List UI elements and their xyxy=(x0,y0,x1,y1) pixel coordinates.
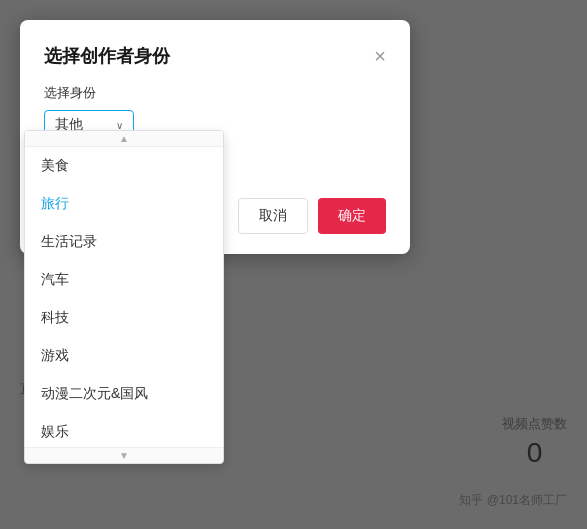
dropdown-item-keji[interactable]: 科技 xyxy=(25,299,223,337)
cancel-button[interactable]: 取消 xyxy=(238,198,308,234)
close-button[interactable]: × xyxy=(374,46,386,66)
dropdown-item-lüxing[interactable]: 旅行 xyxy=(25,185,223,223)
scroll-up-indicator: ▲ xyxy=(25,131,223,147)
chevron-down-icon: ∨ xyxy=(116,120,123,131)
scroll-down-indicator: ▼ xyxy=(25,447,223,463)
form-label: 选择身份 xyxy=(44,84,386,102)
modal-header: 选择创作者身份 × xyxy=(44,44,386,68)
dropdown-item-dongman[interactable]: 动漫二次元&国风 xyxy=(25,375,223,413)
dropdown-item-shenghuo[interactable]: 生活记录 xyxy=(25,223,223,261)
dropdown-scroll-area[interactable]: 美食 旅行 生活记录 汽车 科技 游戏 动漫二次元&国风 娱乐 xyxy=(25,147,223,447)
confirm-button[interactable]: 确定 xyxy=(318,198,386,234)
dropdown-item-youxi[interactable]: 游戏 xyxy=(25,337,223,375)
dropdown-list: ▲ 美食 旅行 生活记录 汽车 科技 游戏 动漫二次元&国风 娱乐 ▼ xyxy=(24,130,224,464)
modal-title: 选择创作者身份 xyxy=(44,44,170,68)
dropdown-item-yule[interactable]: 娱乐 xyxy=(25,413,223,447)
dropdown-item-meishi[interactable]: 美食 xyxy=(25,147,223,185)
dropdown-item-qiche[interactable]: 汽车 xyxy=(25,261,223,299)
